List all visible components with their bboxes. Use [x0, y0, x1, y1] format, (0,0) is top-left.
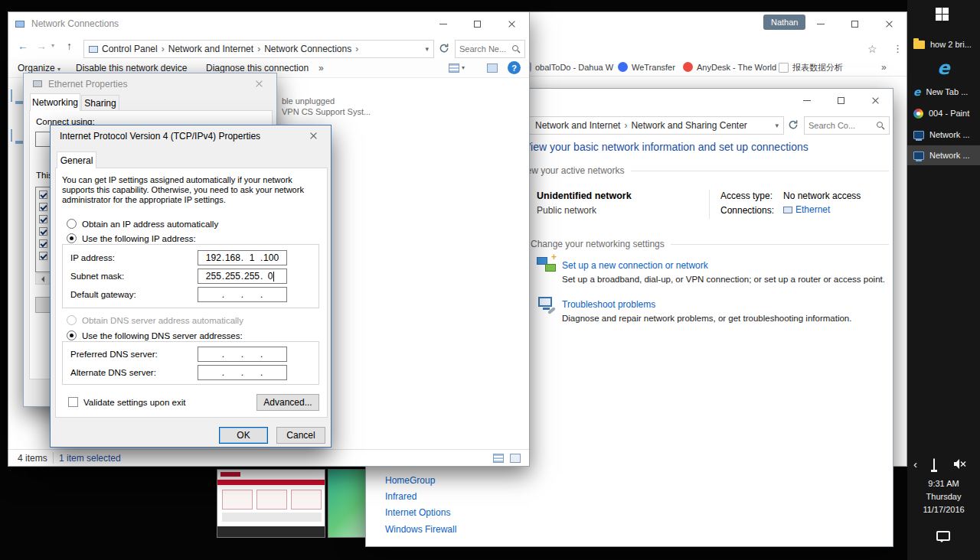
- bookmark-item[interactable]: obalToDo - Dahua W: [521, 62, 613, 72]
- ethernet-close-button[interactable]: [242, 73, 276, 94]
- action-center-icon[interactable]: [936, 531, 950, 541]
- browser-menu-icon[interactable]: ⋮: [893, 43, 903, 54]
- up-button[interactable]: ↑: [67, 41, 72, 51]
- bookmark-item[interactable]: AnyDesk - The World: [683, 62, 776, 72]
- disable-device-button[interactable]: Disable this network device: [76, 63, 187, 73]
- taskbar-item-network-2[interactable]: Network ...: [907, 145, 980, 165]
- network-tray-icon[interactable]: [933, 458, 935, 470]
- browser-profile-chip[interactable]: Nathan: [763, 15, 805, 30]
- address-dropdown-icon[interactable]: ▾: [775, 122, 779, 129]
- preferred-dns-input[interactable]: . . .: [198, 347, 287, 362]
- sharing-minimize-button[interactable]: [789, 89, 824, 112]
- protocol-checkbox[interactable]: [39, 190, 47, 199]
- protocol-checkbox[interactable]: [39, 239, 47, 248]
- dialog-title: Internet Protocol Version 4 (TCP/IPv4) P…: [60, 131, 260, 142]
- ok-button[interactable]: OK: [219, 427, 268, 444]
- volume-muted-icon[interactable]: [953, 458, 966, 472]
- divider-line: [709, 190, 710, 219]
- breadcrumb-network-and-internet[interactable]: Network and Internet: [168, 44, 253, 54]
- protocol-checkbox[interactable]: [39, 252, 47, 260]
- breadcrumb-sharing-center[interactable]: Network and Sharing Center: [631, 120, 746, 131]
- bookmark-item[interactable]: WeTransfer: [618, 62, 675, 72]
- advanced-button[interactable]: Advanced...: [256, 394, 319, 411]
- adapter-tile[interactable]: [11, 90, 12, 101]
- troubleshoot-link[interactable]: Troubleshoot problems: [562, 299, 655, 310]
- nc-address-bar[interactable]: Control Panel › Network and Internet › N…: [83, 40, 434, 58]
- validate-settings-checkbox[interactable]: [68, 397, 78, 407]
- edge-icon: e: [913, 86, 921, 98]
- taskbar-clock[interactable]: 9:31 AM Thursday 11/17/2016: [907, 477, 980, 516]
- bookmark-favicon: [779, 63, 789, 73]
- breadcrumb-separator-icon: ›: [624, 120, 627, 131]
- ip-address-input[interactable]: 192. 168. 1. 100: [198, 250, 287, 265]
- protocol-checkbox[interactable]: [39, 203, 47, 211]
- use-dns-radio[interactable]: [67, 330, 77, 340]
- adapter-tile[interactable]: [11, 130, 12, 141]
- taskbar-item-new-tab[interactable]: e New Tab ...: [907, 83, 980, 101]
- bookmark-star-icon[interactable]: ☆: [867, 43, 877, 55]
- hidden-icons-chevron[interactable]: ‹: [913, 457, 917, 470]
- desktop-thumbnail-webpage[interactable]: [217, 469, 325, 538]
- alternate-dns-input[interactable]: . . .: [198, 365, 287, 380]
- clock-day: Thursday: [907, 490, 980, 503]
- nc-search-box[interactable]: [455, 40, 525, 58]
- browser-close-button[interactable]: [872, 12, 906, 35]
- nc-minimize-button[interactable]: [426, 12, 460, 35]
- view-list-icon[interactable]: [449, 63, 459, 73]
- nc-close-button[interactable]: [495, 12, 529, 35]
- obtain-ip-radio[interactable]: [67, 219, 77, 229]
- large-icons-view-icon[interactable]: [510, 454, 521, 463]
- desktop-thumbnail-image[interactable]: [328, 469, 368, 538]
- start-button[interactable]: [936, 8, 949, 21]
- back-button[interactable]: ←: [18, 41, 28, 51]
- see-also-windows-firewall-link[interactable]: Windows Firewall: [385, 524, 456, 535]
- refresh-button[interactable]: [788, 119, 799, 132]
- breadcrumb-control-panel[interactable]: Control Panel: [102, 44, 158, 54]
- subnet-mask-input[interactable]: 255. 255. 255. 0: [198, 269, 287, 284]
- tab-networking[interactable]: Networking: [30, 93, 80, 111]
- bookmark-item[interactable]: 报表数据分析: [779, 62, 843, 73]
- sharing-search-box[interactable]: [804, 116, 890, 135]
- cancel-button[interactable]: Cancel: [276, 427, 325, 444]
- browser-minimize-button[interactable]: [803, 12, 838, 35]
- close-icon: [508, 20, 516, 28]
- history-dropdown-icon[interactable]: ▾: [51, 43, 54, 49]
- default-gateway-input[interactable]: . . .: [198, 287, 287, 302]
- nc-maximize-button[interactable]: [460, 12, 495, 35]
- taskbar-item-network-1[interactable]: Network ...: [907, 125, 980, 144]
- taskbar-item-edge[interactable]: e: [907, 57, 980, 80]
- details-view-icon[interactable]: [493, 454, 504, 463]
- help-button[interactable]: ?: [508, 61, 521, 74]
- breadcrumb-network-connections[interactable]: Network Connections: [264, 44, 351, 54]
- clock-date: 11/17/2016: [907, 503, 980, 516]
- refresh-button[interactable]: [439, 43, 449, 56]
- address-dropdown-icon[interactable]: ▾: [425, 45, 429, 53]
- organize-menu-button[interactable]: Organize ▾: [18, 63, 60, 73]
- see-also-internet-options-link[interactable]: Internet Options: [385, 507, 450, 518]
- thumbnail-tile: [291, 490, 322, 510]
- diagnose-connection-button[interactable]: Diagnose this connection: [206, 63, 309, 73]
- protocol-checkbox[interactable]: [39, 215, 47, 223]
- tab-general[interactable]: General: [57, 151, 96, 168]
- see-also-infrared-link[interactable]: Infrared: [385, 491, 416, 502]
- sharing-close-button[interactable]: [858, 89, 893, 112]
- breadcrumb-network-and-internet[interactable]: Network and Internet: [535, 120, 620, 131]
- setup-connection-link[interactable]: Set up a new connection or network: [562, 260, 708, 271]
- bookmarks-overflow-icon[interactable]: »: [881, 62, 887, 73]
- preview-pane-icon[interactable]: [487, 63, 498, 73]
- nc-search-input[interactable]: [459, 44, 511, 54]
- taskbar-item-paint[interactable]: 004 - Paint: [907, 104, 980, 122]
- sharing-maximize-button[interactable]: [824, 89, 858, 112]
- forward-button[interactable]: →: [36, 41, 47, 51]
- use-ip-radio[interactable]: [67, 233, 77, 243]
- view-dropdown-icon[interactable]: ▾: [462, 64, 465, 71]
- sharing-search-input[interactable]: [808, 121, 876, 130]
- see-also-homegroup-link[interactable]: HomeGroup: [385, 475, 435, 486]
- ipv4-close-button[interactable]: [296, 125, 331, 146]
- connections-value[interactable]: Ethernet: [783, 204, 830, 215]
- commands-overflow-icon[interactable]: »: [318, 63, 324, 73]
- protocol-checkbox[interactable]: [39, 227, 47, 236]
- tab-sharing[interactable]: Sharing: [81, 95, 119, 110]
- browser-maximize-button[interactable]: [838, 12, 872, 35]
- taskbar-item-explorer[interactable]: how 2 bri...: [907, 35, 980, 54]
